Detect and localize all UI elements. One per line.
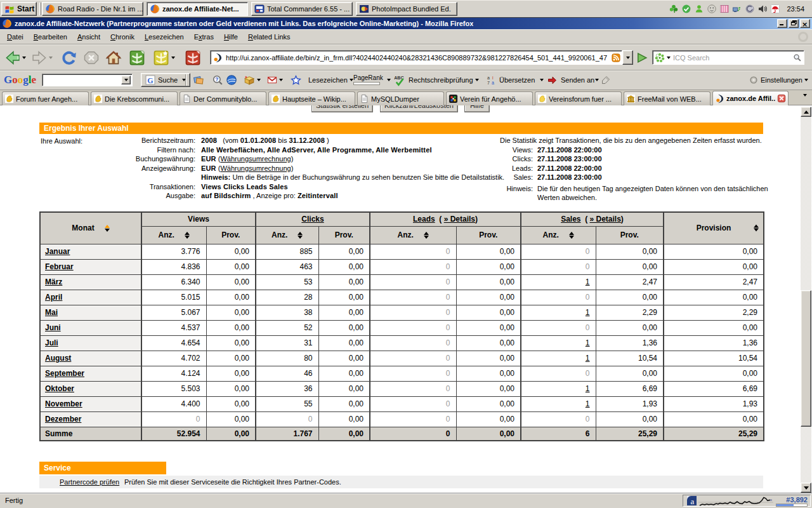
tab-3[interactable]: Der Communityblo... [180,91,266,105]
sort-anz-icon[interactable] [424,232,429,239]
extension-dropdown-icon[interactable] [171,57,175,59]
restore-button[interactable] [789,19,799,28]
tab-4[interactable]: Hauptseite – Wikip... [268,91,355,105]
tray-check-ball-icon[interactable] [681,4,691,14]
tray-stripes-icon[interactable] [719,4,730,14]
value-cell[interactable]: 1 [521,396,596,411]
tab-close-icon[interactable] [777,94,786,103]
column-header-provision[interactable]: Provision [664,212,764,244]
back-button[interactable] [5,49,26,67]
month-cell[interactable]: Mai [40,305,141,320]
month-link[interactable]: Dezember [45,415,81,424]
month-link[interactable]: November [45,399,82,408]
value-cell[interactable]: 1 [521,351,596,366]
partnercode-link[interactable]: Partnercode prüfen [60,478,119,486]
google-search-input[interactable] [42,74,133,86]
month-cell[interactable]: Oktober [40,381,141,396]
tab-1[interactable]: Forum fuer Angeh... [2,91,89,105]
google-settings-button[interactable]: Einstellungen [749,70,808,90]
scrollbar-thumb[interactable] [801,290,811,427]
menu-datei[interactable]: Datei [2,31,29,43]
subheader-prov[interactable]: Prov. [456,226,521,244]
google-package-button[interactable] [244,70,261,90]
urlbar-dropdown-button[interactable] [622,50,633,65]
hilfe-button[interactable]: Hilfe [464,105,490,112]
taskbar-grip[interactable] [39,3,41,15]
month-link[interactable]: August [45,354,71,363]
scroll-up-button[interactable] [801,107,811,117]
menu-hilfe[interactable]: Hilfe [219,31,243,43]
search-box[interactable]: ICQ Search [652,50,804,65]
currency-conversion-link[interactable]: Währungsumrechnung [220,155,291,163]
tab-5[interactable]: MySQLDumper [357,91,444,105]
month-link[interactable]: Januar [45,247,70,256]
statistik-erstellen-button[interactable]: Statistik erstellen [311,105,373,112]
subheader-prov[interactable]: Prov. [206,226,256,244]
translate-button[interactable]: Übersetzen [499,70,544,90]
month-link[interactable]: Juli [45,338,58,347]
menu-ansicht[interactable]: Ansicht [72,31,105,43]
vertical-scrollbar[interactable] [801,107,811,493]
google-input-dropdown[interactable] [121,76,131,84]
extension-button-red[interactable] [185,49,201,67]
minimize-button[interactable] [777,19,787,28]
search-placeholder[interactable]: ICQ Search [673,54,793,62]
highlighter-button[interactable] [601,70,611,90]
rss-icon[interactable] [612,53,620,62]
sendto-button[interactable]: Senden an [561,70,599,90]
close-button[interactable]: × [800,19,810,28]
menu-chronik[interactable]: Chronik [105,31,140,43]
tray-clock[interactable]: 23:54 [787,5,804,13]
month-cell[interactable]: September [40,366,141,381]
subheader-anz[interactable]: Anz. [256,226,318,244]
value-cell[interactable]: 1 [521,381,596,396]
month-cell[interactable]: Februar [40,259,141,274]
google-pagesearch-button[interactable]: ? [212,70,223,90]
sendto-icon-button[interactable] [547,70,557,90]
bookmark-star-button[interactable] [291,70,301,90]
tab-overflow-button[interactable] [803,94,807,97]
tray-connection-icon[interactable] [732,4,742,14]
tab-7[interactable]: Vereinsforum fuer ... [535,91,622,105]
tab-2[interactable]: Die Krebscommuni... [91,91,178,105]
search-engine-dropdown-icon[interactable] [667,57,671,59]
taskbar-task[interactable]: PhotoImpact Bundled Ed. [356,2,457,16]
tray-volume-icon[interactable] [757,4,768,14]
sort-anz-icon[interactable] [569,232,574,239]
month-cell[interactable]: April [40,290,141,305]
sort-monat-icon[interactable] [105,225,110,232]
menu-extras[interactable]: Extras [189,31,219,43]
value-cell[interactable]: 1 [521,274,596,290]
subheader-prov[interactable]: Prov. [596,226,664,244]
start-button[interactable]: Start [1,2,37,16]
extension-button-green[interactable] [129,49,145,67]
stop-button[interactable] [84,49,99,67]
google-search-button[interactable]: G Suche [141,73,190,87]
subheader-anz[interactable]: Anz. [370,226,456,244]
tab-8[interactable]: FreeMail von WEB... [624,91,710,105]
forward-button[interactable] [32,49,53,67]
details-link[interactable]: » Details [444,215,475,224]
month-cell[interactable]: August [40,351,141,366]
month-cell[interactable]: Juni [40,320,141,335]
forward-dropdown-icon[interactable] [49,57,53,59]
month-link[interactable]: Februar [45,262,74,271]
month-link[interactable]: Juni [45,323,61,332]
subheader-prov[interactable]: Prov. [318,226,370,244]
back-dropdown-icon[interactable] [22,57,26,59]
details-link[interactable]: » Details [590,215,621,224]
currency-conversion-link[interactable]: Währungsumrechnung [220,164,291,172]
group-label-sales[interactable]: Sales [561,215,580,224]
klickzahl-leadskosten-button[interactable]: Klickzahl/Leadskosten [380,105,458,112]
tab-6[interactable]: Verein für Angehö... [446,91,533,105]
group-label-clicks[interactable]: Clicks [301,215,324,224]
month-link[interactable]: Oktober [45,384,74,393]
window-titlebar[interactable]: zanox.de Affiliate-Netzwerk (Partnerprog… [0,18,812,29]
month-cell[interactable]: Dezember [40,411,141,427]
month-link[interactable]: April [45,293,62,302]
extension-button-yellow[interactable] [153,49,175,67]
value-cell[interactable]: 1 [521,305,596,320]
menu-lesezeichen[interactable]: Lesezeichen [140,31,189,43]
translate-icon-button[interactable]: ai7ä [486,70,496,90]
taskbar-task[interactable]: Total Commander 6.55 - ... [251,2,353,16]
